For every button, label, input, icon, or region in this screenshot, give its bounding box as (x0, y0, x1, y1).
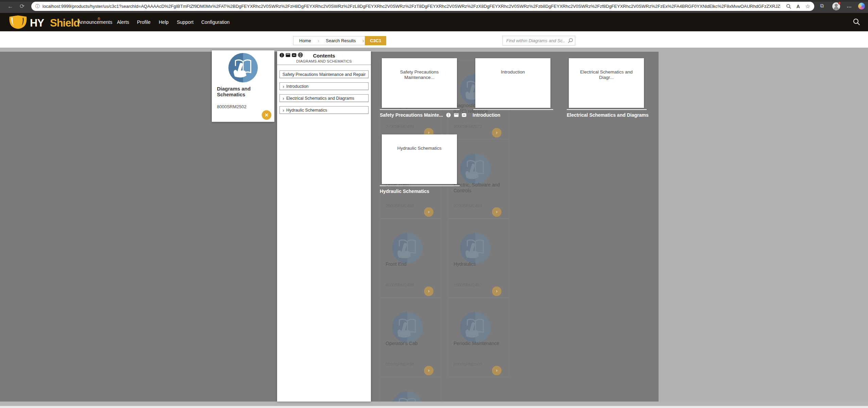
copilot-icon[interactable] (858, 3, 865, 10)
preview-label-text: Safety Precautions Mainte... (380, 112, 443, 118)
browser-back-button[interactable]: ← (7, 3, 13, 10)
breadcrumb-chevron-icon: › (317, 36, 320, 45)
nav-item-profile[interactable]: Profile (137, 19, 151, 25)
contents-item-hydraulic[interactable]: › Hydraulic Schematics (279, 106, 369, 114)
avatar-head (835, 4, 838, 7)
nav-item-help[interactable]: Help (159, 19, 169, 25)
close-button[interactable]: ✕ (262, 110, 271, 120)
contents-item-safety[interactable]: Safety Precautions Maintenance and Repai… (279, 70, 369, 78)
preview-card-title: Hydraulic Schematics (382, 134, 457, 151)
nav-item-support[interactable]: Support (177, 19, 193, 25)
tile-title: Periodic Maintenance (454, 341, 499, 346)
nav-search-icon[interactable] (853, 18, 860, 26)
manual-book-icon (459, 153, 491, 185)
logo-text-shield[interactable]: Shield (50, 17, 80, 29)
address-bar[interactable]: ⓘ localhost:9999/products/hyster/us/c3c1… (31, 2, 814, 11)
globe-icon[interactable] (298, 52, 303, 58)
url-text[interactable]: localhost:9999/products/hyster/us/c3c1?s… (42, 4, 781, 9)
preview-label-hydraulic: Hydraulic Schematics (380, 189, 429, 194)
tile-open-arrow-icon[interactable]: › (492, 366, 501, 375)
tile-id: 4000SRM2499 (386, 283, 414, 288)
selected-manual-id: 8000SRM2502 (217, 104, 246, 109)
manual-book-icon (391, 232, 423, 264)
tile-open-arrow-icon[interactable]: › (492, 207, 501, 217)
tab-home[interactable]: Home (293, 36, 317, 45)
favorites-star-icon[interactable]: ☆ (805, 3, 810, 10)
logo-text-hy[interactable]: HY (30, 17, 44, 29)
tile-title: Electric, Software and (454, 182, 500, 187)
nav-item-announcements[interactable]: Announcements (78, 19, 112, 25)
preview-card-electrical[interactable]: Electrical Schematics and Diagr... (569, 58, 644, 108)
collapse-minus-icon[interactable] (292, 53, 296, 58)
chevron-right-icon: › (283, 84, 284, 89)
preview-underline (380, 109, 460, 110)
contents-item-introduction[interactable]: › Introduction (279, 82, 369, 90)
window-icon[interactable] (286, 53, 290, 58)
tab-c3c1-active[interactable]: C3C1 (365, 36, 386, 45)
chevron-right-icon: › (283, 96, 284, 101)
tile-open-arrow-icon[interactable]: › (424, 366, 433, 375)
preview-card-title: Introduction (475, 58, 550, 75)
contents-header: Contents DIAGRAMS AND SCHEMATICS (277, 51, 371, 65)
find-within-input[interactable] (503, 36, 575, 46)
background-tile: Hydraulics 1900SRM2497 › (448, 218, 509, 298)
manual-book-icon (391, 311, 423, 343)
tile-open-arrow-icon[interactable]: › (424, 287, 433, 296)
find-search-icon[interactable] (568, 38, 573, 43)
browser-chrome: ← ⟳ ⓘ localhost:9999/products/hyster/us/… (0, 0, 868, 13)
preview-label-text: Introduction (473, 112, 500, 118)
preview-label-introduction: Introduction (473, 112, 500, 118)
tile-open-arrow-icon[interactable]: › (424, 207, 433, 217)
background-tile: Front End 4000SRM2499 › (380, 218, 441, 298)
nav-item-configuration[interactable]: Configuration (201, 19, 229, 25)
zoom-out-icon[interactable] (786, 4, 791, 9)
hy-shield-logo-icon[interactable] (8, 15, 28, 29)
preview-label-electrical: Electrical Schematics and Diagrams (567, 112, 648, 118)
chevron-right-icon: › (283, 108, 284, 113)
preview-card-title: Safety Precautions Maintenance... (382, 58, 457, 80)
preview-card-hydraulic[interactable]: Hydraulic Schematics (382, 134, 457, 184)
selected-manual-card: Diagrams and Schematics 8000SRM2502 ✕ (212, 50, 274, 122)
contents-item-label: Electrical Schematics and Diagrams (286, 96, 354, 101)
avatar-body (834, 7, 839, 10)
app-nav-bar: HY Shield ® Announcements Alerts Profile… (0, 13, 868, 31)
preview-card-safety[interactable]: Safety Precautions Maintenance... (382, 58, 457, 108)
find-within-search (503, 36, 575, 46)
contents-item-electrical[interactable]: › Electrical Schematics and Diagrams (279, 94, 369, 102)
tile-id: 0700SRM2495 (386, 124, 414, 129)
collapse-minus-icon[interactable] (462, 113, 466, 117)
manual-book-icon (459, 232, 491, 264)
tile-id: 0900SRM2496 (386, 203, 414, 208)
manual-book-icon (459, 311, 491, 343)
site-info-icon[interactable]: ⓘ (35, 3, 40, 10)
kebab-circle-icon[interactable] (446, 113, 451, 117)
browser-profile-avatar[interactable] (832, 2, 840, 10)
preview-label-safety: Safety Precautions Mainte... (380, 112, 466, 118)
preview-card-introduction[interactable]: Introduction (475, 58, 550, 108)
browser-menu-icon[interactable]: … (847, 3, 852, 9)
contents-subtitle: DIAGRAMS AND SCHEMATICS (277, 59, 371, 63)
kebab-circle-icon[interactable] (279, 53, 284, 58)
window-icon[interactable] (454, 113, 459, 117)
contents-item-label: Hydraulic Schematics (286, 108, 327, 113)
preview-label-text: Electrical Schematics and Diagrams (567, 112, 648, 118)
read-aloud-icon[interactable]: A (797, 4, 800, 9)
browser-refresh-button[interactable]: ⟳ (20, 3, 24, 10)
preview-label-text: Hydraulic Schematics (380, 189, 429, 194)
contents-item-label: Introduction (286, 84, 308, 89)
collections-icon[interactable]: ⧉ (820, 3, 824, 9)
tile-open-arrow-icon[interactable]: › (492, 287, 501, 296)
tile-title: Operator's Cab (386, 341, 418, 346)
tile-title: Front End (386, 261, 406, 267)
preview-underline (567, 109, 647, 110)
tile-open-arrow-icon[interactable]: › (492, 128, 501, 137)
tile-id: 9000SRM2572 (454, 124, 482, 129)
background-tile-partial (380, 377, 441, 402)
page-bottom-strip (0, 402, 868, 406)
notification-dot (838, 2, 841, 4)
tab-search-results[interactable]: Search Results (320, 36, 361, 45)
nav-item-alerts[interactable]: Alerts (117, 19, 129, 25)
selected-manual-title: Diagrams and Schematics (217, 86, 251, 97)
tile-title: Hydraulics (454, 261, 476, 267)
tile-id: 8000SRM2500 (454, 362, 482, 367)
